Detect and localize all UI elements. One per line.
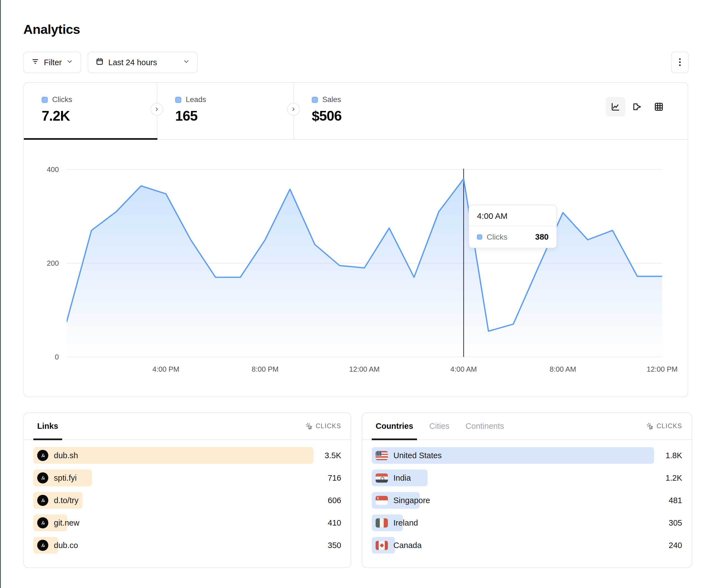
metric-label: Leads — [186, 95, 206, 104]
row-label: India — [393, 473, 411, 482]
link-row[interactable]: dub.co 350 — [33, 537, 341, 553]
ca-flag-icon — [375, 541, 388, 550]
link-avatar — [37, 517, 48, 528]
link-avatar — [37, 450, 48, 461]
dub-logo-icon — [40, 520, 46, 526]
x-axis-label: 4:00 PM — [144, 365, 188, 374]
line-chart-icon — [610, 102, 621, 112]
date-range-button[interactable]: Last 24 hours — [88, 51, 198, 73]
row-label: d.to/try — [54, 496, 79, 505]
dub-logo-icon — [40, 452, 46, 458]
row-label: Ireland — [393, 518, 418, 527]
row-label: Canada — [393, 541, 422, 550]
y-axis-label: 400 — [23, 165, 59, 174]
active-tab-underline — [24, 138, 157, 140]
tab-label: Continents — [466, 422, 504, 431]
row-value: 1.8K — [666, 451, 682, 460]
cursor-click-icon — [646, 423, 654, 430]
chevron-down-icon — [183, 58, 190, 67]
x-axis-label: 12:00 PM — [640, 365, 684, 374]
chart-tooltip: 4:00 AM Clicks 380 — [469, 205, 557, 248]
dub-logo-icon — [40, 542, 46, 548]
table-grid-icon — [654, 102, 664, 112]
link-avatar — [37, 472, 48, 483]
x-axis-label: 8:00 AM — [541, 365, 585, 374]
page-title: Analytics — [23, 22, 80, 37]
cursor-click-icon — [305, 423, 313, 430]
link-row[interactable]: dub.sh 3.5K — [33, 447, 341, 464]
link-row[interactable]: d.to/try 606 — [33, 492, 341, 509]
sort-label: CLICKS — [656, 423, 682, 430]
row-label: dub.co — [54, 541, 78, 550]
country-row[interactable]: United States 1.8K — [372, 447, 682, 464]
tooltip-time: 4:00 AM — [469, 205, 556, 226]
funnel-chart-view-button[interactable] — [627, 97, 647, 116]
y-axis-label: 0 — [23, 353, 59, 361]
left-accent-strip — [0, 0, 1, 588]
x-axis-label: 12:00 AM — [342, 365, 387, 374]
tooltip-value: 380 — [535, 232, 548, 242]
calendar-icon — [95, 58, 104, 68]
link-avatar — [37, 495, 48, 506]
x-axis-label: 4:00 AM — [441, 365, 486, 374]
row-value: 410 — [328, 518, 341, 527]
kebab-menu-icon — [676, 58, 684, 68]
row-value: 1.2K — [666, 473, 682, 482]
tab-clicks[interactable]: Clicks 7.2K — [24, 83, 157, 139]
row-label: spti.fyi — [54, 473, 77, 482]
tab-label: Countries — [375, 422, 413, 431]
filter-button[interactable]: Filter — [23, 51, 81, 73]
x-axis-label: 8:00 PM — [243, 365, 287, 374]
row-label: git.new — [54, 518, 80, 527]
tab-links[interactable]: Links — [33, 413, 62, 439]
leads-legend-chip-icon — [175, 97, 181, 103]
metric-value: 165 — [175, 108, 294, 124]
clicks-legend-chip-icon — [477, 234, 482, 240]
expand-sales-button[interactable] — [287, 103, 300, 116]
chart-view-toggle — [606, 97, 669, 116]
us-flag-icon — [375, 451, 388, 460]
links-sort-by-clicks[interactable]: CLICKS — [305, 423, 341, 430]
date-range-label: Last 24 hours — [108, 58, 157, 67]
country-row[interactable]: Canada 240 — [372, 537, 682, 553]
clicks-area-chart[interactable] — [67, 166, 662, 358]
country-row[interactable]: Ireland 305 — [372, 515, 682, 531]
countries-panel: CountriesCitiesContinents CLICKS United … — [362, 412, 692, 568]
tab-countries[interactable]: Countries — [372, 413, 417, 439]
metric-label: Clicks — [52, 95, 72, 104]
country-row[interactable]: India 1.2K — [372, 470, 682, 486]
row-label: Singapore — [393, 496, 430, 505]
line-chart-view-button[interactable] — [606, 97, 625, 116]
dub-logo-icon — [40, 497, 46, 503]
funnel-chart-icon — [632, 102, 642, 112]
tab-cities[interactable]: Cities — [425, 413, 453, 439]
table-view-button[interactable] — [649, 97, 669, 116]
row-value: 716 — [328, 473, 341, 482]
row-value: 3.5K — [325, 451, 341, 460]
row-label: United States — [393, 451, 442, 460]
country-row[interactable]: Singapore 481 — [372, 492, 682, 509]
chevron-down-icon — [66, 58, 73, 67]
chevron-right-icon — [291, 107, 296, 112]
metric-value: 7.2K — [42, 108, 157, 124]
row-value: 481 — [669, 496, 682, 505]
row-label: dub.sh — [54, 451, 78, 460]
countries-sort-by-clicks[interactable]: CLICKS — [646, 423, 682, 430]
ie-flag-icon — [375, 518, 388, 527]
metric-label: Sales — [322, 95, 341, 104]
expand-leads-button[interactable] — [150, 103, 163, 116]
row-value: 305 — [669, 518, 682, 527]
link-row[interactable]: git.new 410 — [33, 515, 341, 531]
tab-continents[interactable]: Continents — [462, 413, 508, 439]
links-panel: Links CLICKS dub.sh 3.5K s — [23, 412, 351, 568]
y-axis-label: 200 — [23, 259, 59, 268]
link-row[interactable]: spti.fyi 716 — [33, 470, 341, 486]
more-options-button[interactable] — [671, 51, 689, 73]
row-value: 350 — [328, 541, 341, 550]
tab-leads[interactable]: Leads 165 — [157, 83, 294, 139]
filter-button-label: Filter — [44, 58, 62, 67]
link-avatar — [37, 540, 48, 551]
tab-links-label: Links — [37, 422, 58, 431]
sg-flag-icon — [375, 496, 388, 505]
dub-logo-icon — [40, 475, 46, 481]
